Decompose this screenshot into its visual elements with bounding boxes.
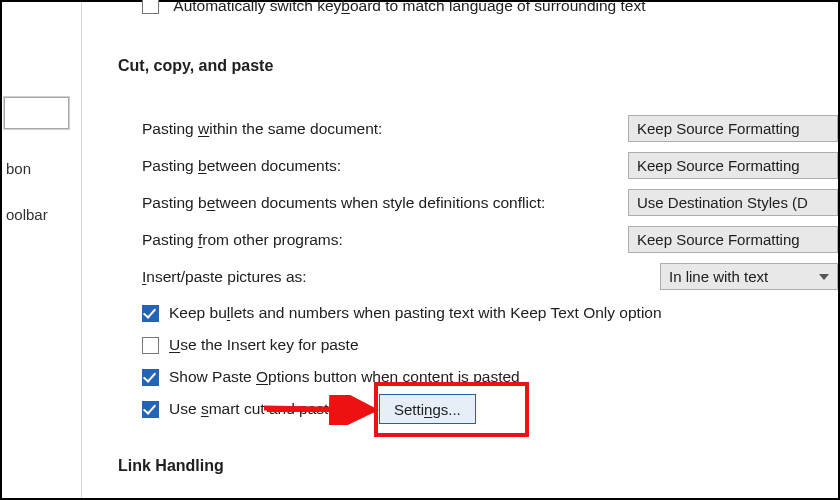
dropdown-paste-between-documents-conflict[interactable]: Use Destination Styles (D [628, 189, 838, 216]
option-label: Automatically switch keyboard to match l… [173, 0, 645, 14]
checkbox-icon[interactable] [142, 369, 159, 386]
dropdown-value: Keep Source Formatting [637, 120, 800, 137]
row-label: Pasting between documents: [142, 157, 628, 175]
row-insert-pictures-as: Insert/paste pictures as: In line with t… [142, 258, 838, 295]
section-heading-link-handling: Link Handling [118, 457, 224, 475]
options-dialog-partial: bon oolbar Automatically switch keyboard… [0, 0, 840, 500]
checkbox-icon[interactable] [142, 401, 159, 418]
chevron-down-icon [819, 274, 829, 280]
option-show-paste-options[interactable]: Show Paste Options button when content i… [142, 361, 662, 393]
option-label: Use the Insert key for paste [169, 336, 359, 354]
option-auto-switch-keyboard[interactable]: Automatically switch keyboard to match l… [142, 0, 645, 15]
option-label: Keep bullets and numbers when pasting te… [169, 304, 662, 322]
checkbox-icon[interactable] [142, 0, 159, 14]
info-icon[interactable]: i [343, 401, 359, 417]
paste-checkbox-group: Keep bullets and numbers when pasting te… [142, 297, 662, 425]
row-paste-from-programs: Pasting from other programs: Keep Source… [142, 221, 838, 258]
sidebar-selected-item[interactable] [4, 97, 69, 129]
row-paste-between-documents-conflict: Pasting between documents when style def… [142, 184, 838, 221]
dropdown-value: In line with text [669, 268, 768, 285]
checkbox-icon[interactable] [142, 305, 159, 322]
option-label: Show Paste Options button when content i… [169, 368, 520, 386]
row-paste-within-document: Pasting within the same document: Keep S… [142, 110, 838, 147]
checkbox-icon[interactable] [142, 337, 159, 354]
section-heading-cut-copy-paste: Cut, copy, and paste [118, 57, 273, 75]
sidebar-item-quick-access-toolbar[interactable]: oolbar [6, 206, 76, 223]
dropdown-paste-from-programs[interactable]: Keep Source Formatting [628, 226, 838, 253]
paste-options-grid: Pasting within the same document: Keep S… [142, 110, 838, 295]
option-use-smart-cut-paste[interactable]: Use smart cut and paste i Settings... [142, 393, 662, 425]
dropdown-insert-pictures-as[interactable]: In line with text [660, 263, 838, 290]
settings-button[interactable]: Settings... [379, 394, 476, 424]
category-sidebar: bon oolbar [2, 2, 82, 498]
dropdown-paste-within-document[interactable]: Keep Source Formatting [628, 115, 838, 142]
option-label: Use smart cut and paste [169, 400, 337, 418]
option-keep-bullets[interactable]: Keep bullets and numbers when pasting te… [142, 297, 662, 329]
options-content-pane: Automatically switch keyboard to match l… [82, 2, 838, 498]
dropdown-paste-between-documents[interactable]: Keep Source Formatting [628, 152, 838, 179]
row-label: Insert/paste pictures as: [142, 268, 660, 286]
row-paste-between-documents: Pasting between documents: Keep Source F… [142, 147, 838, 184]
dropdown-value: Keep Source Formatting [637, 231, 800, 248]
dropdown-value: Use Destination Styles (D [637, 194, 808, 211]
row-label: Pasting from other programs: [142, 231, 628, 249]
sidebar-item-customize-ribbon[interactable]: bon [6, 160, 76, 177]
dropdown-value: Keep Source Formatting [637, 157, 800, 174]
row-label: Pasting between documents when style def… [142, 194, 628, 212]
option-use-insert-key[interactable]: Use the Insert key for paste [142, 329, 662, 361]
row-label: Pasting within the same document: [142, 120, 628, 138]
